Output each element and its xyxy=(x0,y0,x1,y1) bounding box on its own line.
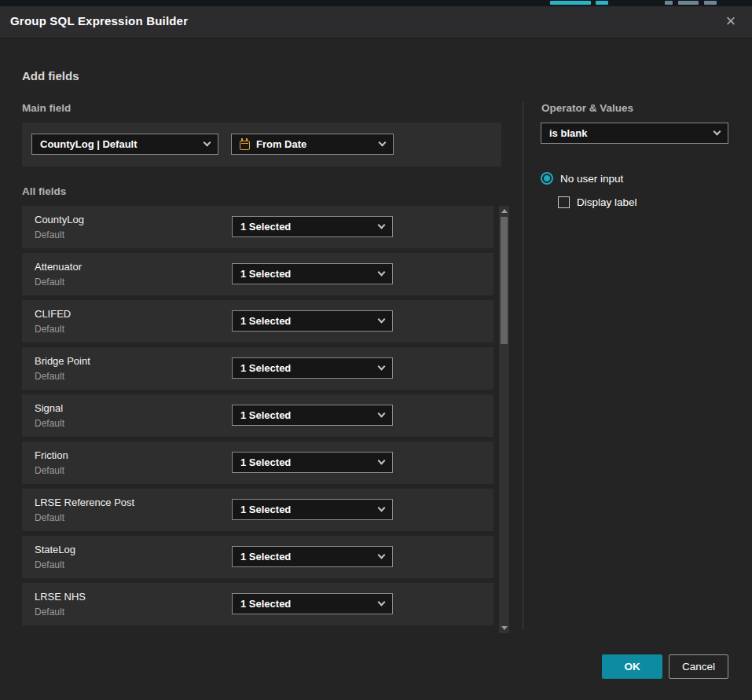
list-scrollbar[interactable] xyxy=(499,206,509,633)
field-row: Friction Default 1 Selected xyxy=(22,442,493,484)
calendar-icon xyxy=(240,141,250,150)
main-field-panel: CountyLog | Default From Date xyxy=(22,123,501,167)
field-selected-dropdown[interactable]: 1 Selected xyxy=(232,546,393,567)
field-selected-label: 1 Selected xyxy=(240,598,372,610)
display-label-checkbox[interactable]: Display label xyxy=(558,196,637,208)
chevron-down-icon xyxy=(378,269,386,277)
field-selected-dropdown[interactable]: 1 Selected xyxy=(232,216,393,237)
all-fields-heading: All fields xyxy=(22,185,66,197)
field-subtitle: Default xyxy=(35,229,64,240)
chevron-down-icon xyxy=(378,316,386,324)
field-subtitle: Default xyxy=(35,607,64,618)
add-fields-heading: Add fields xyxy=(22,69,79,82)
field-selected-label: 1 Selected xyxy=(240,551,372,563)
all-fields-list: CountyLog Default 1 Selected Attenuator … xyxy=(22,206,493,630)
field-name: CountyLog xyxy=(35,214,84,225)
scroll-up-icon[interactable] xyxy=(501,209,508,213)
field-row: CLIFED Default 1 Selected xyxy=(22,300,493,343)
chevron-down-icon xyxy=(378,504,386,512)
field-selected-label: 1 Selected xyxy=(240,362,372,374)
ok-button[interactable]: OK xyxy=(602,654,662,679)
field-row: CountyLog Default 1 Selected xyxy=(22,206,493,248)
no-user-input-label: No user input xyxy=(560,173,623,185)
operator-values-heading: Operator & Values xyxy=(541,102,633,114)
layer-dropdown-value: CountyLog | Default xyxy=(40,138,197,150)
field-name: Attenuator xyxy=(35,261,82,273)
chevron-down-icon xyxy=(378,410,386,418)
field-name: Signal xyxy=(35,402,63,414)
group-sql-expression-builder-dialog: Group SQL Expression Builder × Add field… xyxy=(0,6,752,700)
field-selected-label: 1 Selected xyxy=(240,409,372,421)
field-selected-dropdown[interactable]: 1 Selected xyxy=(232,593,393,614)
chevron-down-icon xyxy=(378,363,386,371)
main-field-dropdown-value: From Date xyxy=(256,138,372,150)
radio-selected-icon xyxy=(541,172,553,185)
chevron-down-icon xyxy=(378,552,386,559)
scroll-down-icon[interactable] xyxy=(501,626,508,630)
field-name: Bridge Point xyxy=(35,355,90,367)
field-row: StateLog Default 1 Selected xyxy=(22,536,493,578)
background-icon xyxy=(678,1,699,5)
field-row: Attenuator Default 1 Selected xyxy=(22,253,493,295)
field-selected-dropdown[interactable]: 1 Selected xyxy=(232,499,393,520)
field-selected-dropdown[interactable]: 1 Selected xyxy=(232,452,393,473)
field-selected-dropdown[interactable]: 1 Selected xyxy=(232,310,393,332)
display-label-label: Display label xyxy=(577,196,637,208)
field-selected-label: 1 Selected xyxy=(240,315,372,327)
field-name: LRSE Reference Post xyxy=(35,497,134,508)
scrollbar-thumb[interactable] xyxy=(501,217,508,344)
field-name: CLIFED xyxy=(35,308,71,320)
field-selected-label: 1 Selected xyxy=(240,504,372,515)
field-selected-dropdown[interactable]: 1 Selected xyxy=(232,357,393,379)
field-name: StateLog xyxy=(35,544,75,555)
field-selected-dropdown[interactable]: 1 Selected xyxy=(232,263,393,284)
operator-dropdown-value: is blank xyxy=(549,127,707,139)
checkbox-unchecked-icon xyxy=(558,196,570,208)
field-row: Bridge Point Default 1 Selected xyxy=(22,347,493,390)
field-selected-dropdown[interactable]: 1 Selected xyxy=(232,405,393,426)
layer-dropdown[interactable]: CountyLog | Default xyxy=(31,134,218,155)
field-subtitle: Default xyxy=(35,371,64,382)
chevron-down-icon xyxy=(378,457,386,465)
field-subtitle: Default xyxy=(35,418,64,429)
field-selected-label: 1 Selected xyxy=(240,221,372,233)
background-icon xyxy=(704,1,717,5)
field-subtitle: Default xyxy=(35,465,64,476)
field-selected-label: 1 Selected xyxy=(240,456,372,468)
background-teal-icon xyxy=(596,1,608,5)
dialog-titlebar: Group SQL Expression Builder × xyxy=(0,6,752,38)
background-app-strip xyxy=(0,0,752,6)
chevron-down-icon xyxy=(379,139,387,147)
field-selected-label: 1 Selected xyxy=(240,268,372,280)
background-icon xyxy=(665,1,673,5)
main-field-dropdown[interactable]: From Date xyxy=(231,134,394,155)
column-divider xyxy=(523,102,523,630)
chevron-down-icon xyxy=(204,139,211,147)
no-user-input-radio[interactable]: No user input xyxy=(541,172,623,185)
field-subtitle: Default xyxy=(35,512,64,523)
chevron-down-icon xyxy=(378,599,386,607)
field-row: Signal Default 1 Selected xyxy=(22,394,493,437)
dialog-title: Group SQL Expression Builder xyxy=(10,14,188,27)
main-field-heading: Main field xyxy=(22,102,71,114)
field-subtitle: Default xyxy=(35,324,64,335)
close-icon[interactable]: × xyxy=(719,9,743,33)
field-subtitle: Default xyxy=(35,559,64,570)
cancel-button[interactable]: Cancel xyxy=(669,654,728,679)
chevron-down-icon xyxy=(378,222,386,229)
field-name: Friction xyxy=(35,449,68,461)
screen: Group SQL Expression Builder × Add field… xyxy=(0,0,752,700)
field-row: LRSE Reference Post Default 1 Selected xyxy=(22,489,493,531)
field-subtitle: Default xyxy=(35,277,64,288)
operator-dropdown[interactable]: is blank xyxy=(541,123,728,144)
field-name: LRSE NHS xyxy=(35,591,86,603)
chevron-down-icon xyxy=(713,128,721,136)
field-row: LRSE NHS Default 1 Selected xyxy=(22,583,493,625)
background-teal-text xyxy=(550,1,591,5)
